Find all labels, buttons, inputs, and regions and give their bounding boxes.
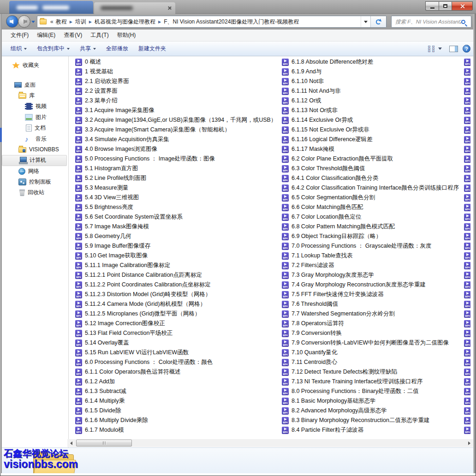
file-item-clipped[interactable]: MP4 [464, 125, 470, 135]
file-item[interactable]: MP45.11.1 Image Calibration图像标定 [75, 261, 281, 270]
file-item-clipped[interactable]: MP4 [464, 202, 470, 212]
file-item[interactable]: MP48.4 Particle Filter粒子滤波器 [282, 425, 465, 435]
file-item[interactable]: MP48.3 Binary Morphology Reconstruction二… [282, 416, 465, 425]
scrollbar-thumb[interactable] [76, 440, 132, 446]
file-item[interactable]: MP46.1.13 Not Or或非 [282, 106, 465, 115]
sidebar-item-recycle[interactable]: 回收站 [2, 187, 68, 198]
sidebar-item-documents[interactable]: 文档 [2, 123, 68, 133]
file-item-clipped[interactable]: MP4 [464, 212, 470, 222]
file-item-clipped[interactable]: MP4 [464, 416, 470, 425]
file-item-clipped[interactable]: MP4 [464, 173, 470, 183]
menu-item-4[interactable]: 帮助(H) [113, 30, 140, 41]
file-item-clipped[interactable]: MP4 [464, 135, 470, 144]
file-item[interactable]: MP47.0 Processing Functions ： Grayscale处… [282, 241, 465, 251]
file-item[interactable]: MP46.9 Object Tracking目标跟踪（略） [282, 232, 465, 241]
minimize-button[interactable] [425, 1, 439, 11]
refresh-button[interactable] [370, 16, 386, 27]
file-item-clipped[interactable]: MP4 [464, 319, 470, 328]
file-item-clipped[interactable]: MP4 [464, 193, 470, 202]
sidebar-item-computer[interactable]: 计算机 [2, 155, 67, 166]
file-item[interactable]: MP46.1.17 Mask掩模 [282, 144, 465, 154]
sidebar-item-videos[interactable]: 视频 [2, 101, 68, 112]
file-item[interactable]: MP45.11.2.3 Distortion Model (Grid)畸变模型（… [75, 290, 281, 299]
breadcrumb-separator-icon[interactable]: ▶ [157, 20, 162, 24]
file-item-clipped[interactable]: MP4 [464, 77, 470, 86]
toolbar-button-3[interactable]: 全部播放 [101, 42, 133, 55]
file-item[interactable]: MP47.13 NI Texture Training Interface纹理训… [282, 377, 465, 387]
file-item-clipped[interactable]: MP4 [464, 328, 470, 338]
file-item-clipped[interactable]: MP4 [464, 425, 470, 435]
file-item[interactable]: MP46.1.4 Multiply乘 [75, 396, 281, 406]
scroll-right-button[interactable] [465, 439, 473, 447]
file-item[interactable]: MP45.3 Measure测量 [75, 183, 281, 193]
file-item-clipped[interactable]: MP4 [464, 338, 470, 348]
file-item[interactable]: MP45.7 Image Mask图像掩模 [75, 222, 281, 232]
breadcrumb-separator-icon[interactable]: ▶ [88, 20, 93, 24]
browser-tab-inactive[interactable] [94, 2, 175, 14]
menu-item-1[interactable]: 编辑(E) [33, 30, 60, 41]
file-item-clipped[interactable]: MP4 [464, 299, 470, 309]
menu-item-2[interactable]: 查看(V) [60, 30, 86, 41]
file-item[interactable]: MP46.1.5 Divide除 [75, 406, 281, 416]
close-button[interactable] [452, 1, 473, 11]
sidebar-item-user-folder[interactable]: VISIONBBS [2, 144, 68, 155]
file-item[interactable]: MP45.1 Histogram直方图 [75, 164, 281, 173]
file-item[interactable]: MP44.0 Browse Images浏览图像 [75, 144, 281, 154]
file-item[interactable]: MP46.1.14 Exclusive Or异或 [282, 115, 465, 125]
file-item[interactable]: MP47.6 Threshold阈值 [282, 299, 465, 309]
file-item-clipped[interactable]: MP4 [464, 67, 470, 77]
file-item[interactable]: MP46.1.7 Modulo模 [75, 425, 281, 435]
file-item[interactable]: MP46.8 Color Pattern Matching颜色模式匹配 [282, 222, 465, 232]
file-item[interactable]: MP40 概述 [75, 57, 281, 67]
sidebar-item-network[interactable]: 网络 [2, 166, 68, 177]
file-item[interactable]: MP42.1 启动欢迎界面 [75, 77, 281, 86]
file-item[interactable]: MP43.3 Acquire Image(Smart Camera)采集图像（智… [75, 125, 281, 135]
file-item-clipped[interactable]: MP4 [464, 367, 470, 377]
file-item-clipped[interactable]: MP4 [464, 270, 470, 280]
menu-item-0[interactable]: 文件(F) [6, 30, 33, 41]
file-item-clipped[interactable]: MP4 [464, 183, 470, 193]
file-item[interactable]: MP45.6 Set Coordinate System设置坐标系 [75, 212, 281, 222]
breadcrumb-segment-2[interactable]: 机器视觉与图像处理教程 [93, 18, 157, 26]
file-item[interactable]: MP45.11.2.1 Point Distance Calibration点距… [75, 270, 281, 280]
toolbar-button-0[interactable]: 组织 [6, 42, 32, 55]
browser-tab-active[interactable] [9, 1, 93, 14]
file-item[interactable]: MP41 视觉基础 [75, 67, 281, 77]
file-item[interactable]: MP42.3 菜单介绍 [75, 96, 281, 106]
file-item-clipped[interactable]: MP4 [464, 222, 470, 232]
file-item[interactable]: MP46.5 Color Segmentation颜色分割 [282, 193, 465, 202]
file-item[interactable]: MP45.11.2.5 Microplanes (Grid)微型平面（网格） [75, 309, 281, 319]
file-item[interactable]: MP45.12 Image Correction图像校正 [75, 319, 281, 328]
horizontal-scrollbar[interactable] [67, 439, 473, 447]
file-item[interactable]: MP45.0 Processing Functions ： Image处理函数：… [75, 154, 281, 164]
file-item[interactable]: MP46.1.16 Logical Difference逻辑差 [282, 135, 465, 144]
file-item[interactable]: MP47.4 Gray Morphology Reconstruction灰度形… [282, 280, 465, 290]
file-item[interactable]: MP43.4 Simulate Acquisition仿真采集 [75, 135, 281, 144]
file-item[interactable]: MP47.7 Watershed Segmentation分水岭分割 [282, 309, 465, 319]
address-bar[interactable]: « 教程▶培训▶机器视觉与图像处理教程▶F、NI Vision Assistan… [37, 16, 387, 28]
file-item[interactable]: MP45.11.2.4 Camera Mode (Grid)相机模型（网格） [75, 299, 281, 309]
file-item[interactable]: MP47.8 Operators运算符 [282, 319, 465, 328]
file-item[interactable]: MP47.9 Conversion转换-LabVIEW中如何判断图像是否为二值图… [282, 338, 465, 348]
recent-pages-caret-icon[interactable] [31, 21, 35, 23]
file-item[interactable]: MP46.6 Color Matching颜色匹配 [282, 202, 465, 212]
file-item[interactable]: MP47.1 Lookup Table查找表 [282, 251, 465, 261]
file-item[interactable]: MP45.10 Get Image获取图像 [75, 251, 281, 261]
file-item-clipped[interactable]: MP4 [464, 251, 470, 261]
file-item[interactable]: MP47.5 FFT Filter快速傅立叶变换滤波器 [282, 290, 465, 299]
toolbar-button-2[interactable]: 共享 [75, 42, 101, 55]
file-item-clipped[interactable]: MP4 [464, 290, 470, 299]
file-item-clipped[interactable]: MP4 [464, 96, 470, 106]
file-item-clipped[interactable]: MP4 [464, 86, 470, 96]
file-item[interactable]: MP46.7 Color Location颜色定位 [282, 212, 465, 222]
sidebar-item-star[interactable]: 收藏夹 [2, 60, 68, 71]
file-item[interactable]: MP46.1.2 Add加 [75, 377, 281, 387]
file-item-clipped[interactable]: MP4 [464, 348, 470, 357]
file-item[interactable]: MP45.5 Brightness亮度 [75, 202, 281, 212]
pane-divider[interactable] [68, 56, 69, 447]
file-item-clipped[interactable]: MP4 [464, 232, 470, 241]
tab-close-icon[interactable] [167, 6, 172, 10]
file-item-clipped[interactable]: MP4 [464, 57, 470, 67]
file-item[interactable]: MP47.2 Filters滤波器 [282, 261, 465, 270]
toolbar-button-4[interactable]: 新建文件夹 [133, 42, 171, 55]
